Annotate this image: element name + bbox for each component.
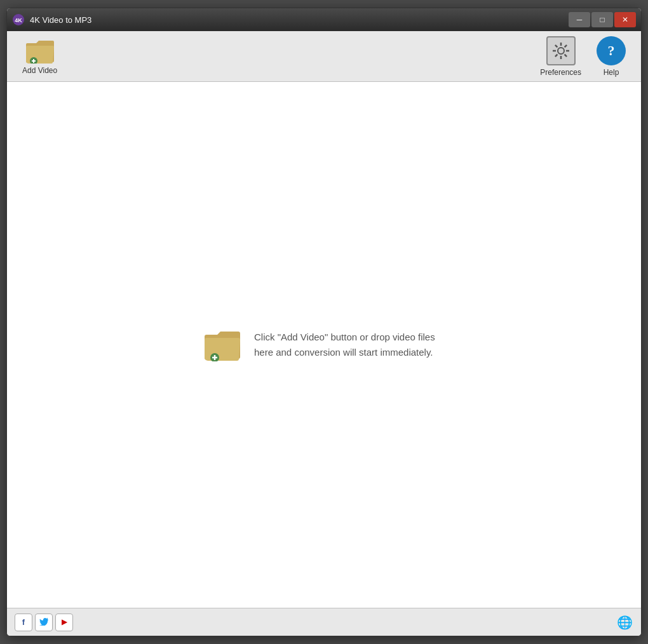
maximize-button[interactable]: □	[591, 12, 613, 27]
add-video-button[interactable]: Add Video	[17, 36, 62, 77]
svg-point-5	[558, 48, 564, 54]
window-title: 4K Video to MP3	[30, 15, 91, 25]
toolbar: Add Video	[7, 31, 641, 82]
close-button[interactable]: ✕	[614, 12, 636, 27]
app-icon: 4K	[12, 13, 25, 26]
youtube-button[interactable]: ▶	[55, 614, 73, 631]
help-icon: ?	[597, 36, 626, 65]
social-links: f ▶	[15, 614, 73, 631]
svg-line-12	[564, 44, 567, 47]
help-label: Help	[604, 68, 619, 77]
gear-icon	[546, 36, 576, 65]
svg-line-13	[555, 54, 558, 57]
app-window: 4K 4K Video to MP3 ─ □ ✕	[6, 8, 642, 636]
title-bar-buttons: ─ □ ✕	[569, 12, 636, 27]
add-video-icon	[25, 38, 55, 64]
drop-hint-text: Click "Add Video" button or drop video f…	[254, 330, 445, 360]
svg-line-11	[564, 54, 567, 57]
minimize-button[interactable]: ─	[569, 12, 590, 27]
youtube-icon: ▶	[62, 618, 67, 626]
svg-line-10	[555, 44, 558, 47]
toolbar-right: Preferences ? Help	[535, 34, 631, 79]
preferences-label: Preferences	[540, 68, 581, 77]
preferences-button[interactable]: Preferences	[535, 34, 586, 79]
footer: f ▶ 🌐	[7, 608, 641, 636]
title-bar: 4K 4K Video to MP3 ─ □ ✕	[7, 8, 641, 31]
twitter-button[interactable]	[35, 614, 53, 631]
main-content[interactable]: Click "Add Video" button or drop video f…	[7, 82, 641, 608]
globe-button[interactable]: 🌐	[616, 614, 633, 631]
toolbar-left: Add Video	[17, 36, 525, 77]
svg-text:4K: 4K	[15, 17, 22, 23]
twitter-icon	[39, 617, 48, 627]
drop-hint-container: Click "Add Video" button or drop video f…	[203, 328, 445, 361]
add-video-label: Add Video	[22, 66, 57, 75]
help-button[interactable]: ? Help	[591, 34, 631, 79]
title-bar-left: 4K 4K Video to MP3	[12, 13, 91, 26]
drop-hint-folder-icon	[203, 328, 241, 361]
globe-icon: 🌐	[617, 615, 633, 630]
facebook-button[interactable]: f	[15, 614, 32, 631]
